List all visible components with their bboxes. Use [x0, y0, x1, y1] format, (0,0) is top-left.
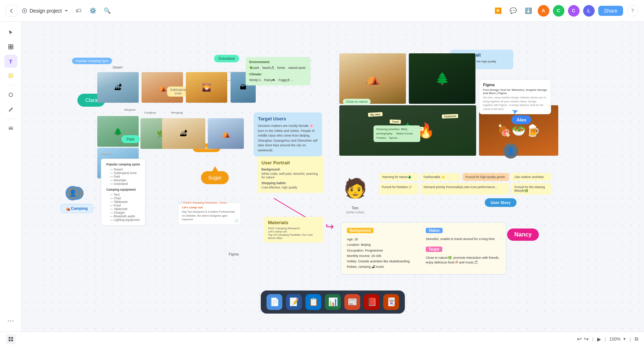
comment-icon[interactable]: 💬	[507, 5, 519, 17]
environment-card: Environment: 🌳park、beach🏖、forest、natural…	[246, 57, 310, 85]
redo-button[interactable]: ↪	[584, 336, 589, 342]
equipment-label: Camping equipment	[106, 188, 140, 191]
bottom-bar: ↩ ↪ | ▶ | 100% ▼ | ⧉	[0, 332, 644, 346]
avatar-a[interactable]: A	[538, 5, 549, 17]
tool-frame[interactable]	[4, 40, 17, 53]
attr-freedom: Pursuit for freedom 🕊	[379, 183, 419, 195]
avatar-c2[interactable]: C	[568, 5, 580, 17]
camping-img-8: 🏕	[162, 118, 205, 149]
settings-icon[interactable]: ⚙️	[87, 5, 99, 17]
shopping-text: Cost-effective, high quality	[261, 186, 319, 189]
environment-title: Environment:	[249, 60, 307, 65]
nancy-hobby: Hobby: Outside activities like skateboar…	[347, 259, 421, 270]
environment-items: 🌳park、beach🏖、forest、natural spots	[249, 66, 307, 70]
play-icon[interactable]: ▶️	[492, 5, 504, 17]
tag-icon[interactable]: 🏷	[73, 5, 84, 17]
shopping-label: Shopping habits:	[261, 181, 319, 185]
close-to-nature-tag: Close to nature	[343, 99, 371, 105]
project-title[interactable]: Design project	[22, 8, 68, 14]
camping-img-3: 🌄	[186, 72, 227, 103]
nancy-age: Age: 26	[347, 237, 421, 242]
avatar-l[interactable]: L	[583, 5, 595, 17]
figma-label-bottom: Figma	[229, 252, 239, 256]
dock-doc-icon[interactable]: 📝	[286, 294, 302, 310]
camping-label: ⛺Camping	[66, 206, 88, 210]
tom-name: Tom	[352, 206, 359, 210]
dock-slides-icon[interactable]: 🃏	[383, 294, 399, 310]
help-button[interactable]: ?	[627, 5, 638, 17]
grid-view-button[interactable]	[6, 334, 16, 344]
camping-img-9: ⛺	[208, 118, 244, 149]
search-icon[interactable]: 🔍	[102, 5, 113, 17]
tom-label: Tom (white-collar)	[341, 206, 370, 214]
park-node[interactable]: Park	[121, 135, 140, 143]
svg-point-1	[24, 10, 25, 12]
svg-rect-6	[9, 74, 13, 78]
camping-node[interactable]: ⛺Camping	[61, 204, 93, 213]
suger-node[interactable]: Suger	[201, 171, 229, 184]
tool-more[interactable]: • • •	[4, 314, 17, 327]
relaxing-activities-text: Relaxing activities: BBQ、photography、 Wa…	[376, 128, 416, 139]
svg-rect-4	[9, 47, 10, 49]
tom-illustration: 🧑	[341, 170, 370, 206]
fit-view-button[interactable]: ⧉	[635, 336, 638, 342]
marginal-label: Marginal	[124, 108, 135, 111]
nancy-status-text: Stressful, unable to travel around for a…	[426, 237, 500, 242]
share-button[interactable]: Share	[598, 6, 623, 16]
play-mode-button[interactable]: ▶	[597, 336, 601, 342]
zoom-dropdown-button[interactable]: ▼	[623, 337, 626, 341]
zoom-level: 100%	[609, 337, 621, 342]
download-icon[interactable]: ⬇️	[523, 5, 534, 17]
background-label: Background:	[261, 168, 319, 171]
doc-icon: 📄	[234, 219, 238, 223]
tool-layers[interactable]	[4, 122, 17, 135]
materials-card: Materials 2022 Camping Research Let's ca…	[264, 217, 323, 243]
bottom-tools	[6, 334, 16, 344]
undo-button[interactable]: ↩	[577, 336, 582, 342]
tom-attributes: Yearning for nature🌲 Fashionable 🌟 Pursu…	[379, 173, 551, 195]
climate-text: Windy🌬、Rainy🌧、Foggy🌫...	[249, 78, 307, 83]
forest-img: 🌲	[409, 53, 475, 104]
attr-demand: Demand priority Personality/Look=Cost pe…	[421, 183, 509, 195]
tool-text[interactable]: T	[4, 55, 17, 68]
tent-img-1: ⛺	[339, 53, 406, 104]
tool-cursor[interactable]	[4, 26, 17, 39]
background-text: White-collar, well-paid, stressful, year…	[261, 172, 319, 179]
dock-excel-icon[interactable]: 📊	[325, 294, 341, 310]
popular-spots-label: Popular camping spots	[106, 163, 140, 166]
dock-pdf-icon[interactable]: 📕	[364, 294, 380, 310]
dock-forms-icon[interactable]: 📋	[305, 294, 321, 310]
back-button[interactable]	[6, 5, 17, 17]
left-sidebar: T • • •	[0, 22, 22, 332]
jiangbu-label: Jiangbu	[101, 151, 111, 155]
lets-camp-card: Let's camp out! Day Top Designers & Crea…	[178, 203, 241, 225]
svg-rect-9	[9, 128, 13, 128]
nancy-grid: Background Age: 26 Location: Beijing Occ…	[347, 227, 500, 270]
user-profile-pic: 👤	[503, 143, 518, 159]
avatar-c1[interactable]: C	[553, 5, 564, 17]
grassland-node[interactable]: Grassland	[214, 55, 239, 62]
mind-tree-box: Popular camping spots — Desert — Subtrop…	[101, 159, 146, 226]
spots-list: — Desert — Subtropical zone — Park — Mou…	[110, 168, 140, 186]
sidebar-divider-2	[6, 119, 16, 119]
attr-lifestyle: Pursuit for the relaxing lifestyle🌿	[511, 183, 551, 195]
lets-camp-subtitle: Day Top Designers & Creative Professiona…	[182, 210, 237, 222]
nancy-pill[interactable]: Nancy	[507, 229, 539, 241]
relaxing-activities-card: Relaxing activities: BBQ、photography、 Wa…	[374, 125, 420, 142]
nancy-occupation: Occupation: Programmer	[347, 248, 421, 253]
tool-shapes[interactable]	[4, 88, 17, 101]
tool-pen[interactable]	[4, 103, 17, 116]
rengang-label: Rengang	[171, 111, 183, 114]
project-title-text: Design project	[30, 8, 62, 14]
canvas[interactable]: Popular Camping Spot Desert Clara 🏕 ⛺ Gr…	[22, 22, 644, 332]
svg-rect-18	[9, 340, 10, 341]
dock-ppt-icon[interactable]: 📰	[344, 294, 360, 310]
attr-fashionable: Fashionable 🌟	[421, 173, 460, 181]
nancy-info: Age: 26 Location: Beijing Occupation: Pr…	[347, 237, 421, 270]
lets-camp-title: Let's camp out!	[182, 206, 237, 209]
tool-sticky[interactable]	[4, 69, 17, 82]
dock-word-icon[interactable]: 📄	[267, 294, 282, 310]
user-story-button[interactable]: User Story	[485, 198, 516, 207]
figma-card-title: Figma	[483, 83, 547, 87]
header-right: ▶️ 💬 ⬇️ A C C L Share ?	[492, 5, 638, 17]
